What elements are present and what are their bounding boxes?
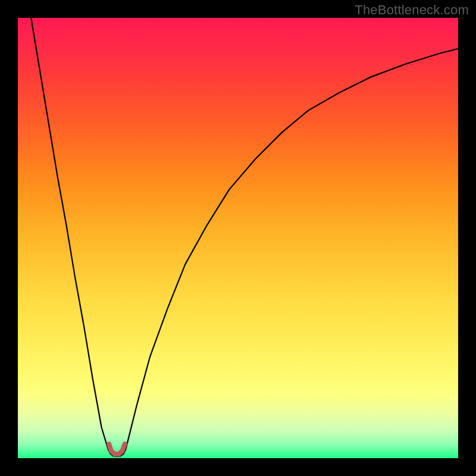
curve-layer	[18, 18, 458, 458]
bottleneck-curve	[31, 18, 458, 456]
plot-area	[18, 18, 458, 458]
watermark-text: TheBottleneck.com	[355, 2, 469, 18]
valley-marker	[109, 444, 125, 454]
chart-frame: TheBottleneck.com	[0, 0, 476, 476]
